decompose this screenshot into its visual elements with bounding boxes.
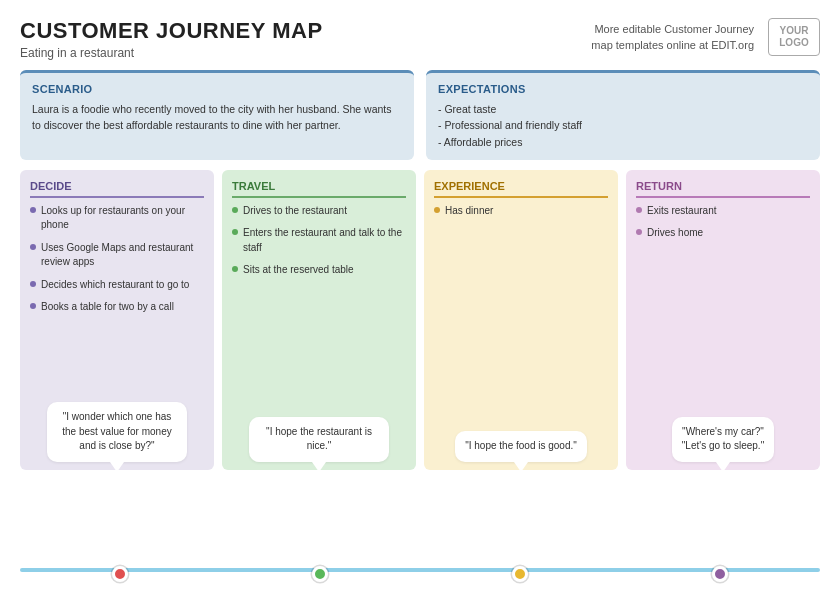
travel-bubble: "I hope the restaurant is nice." (249, 417, 389, 462)
return-bubble-area: "Where's my car?""Let's go to sleep." (636, 417, 810, 462)
dot-return (712, 566, 728, 582)
scenario-box: SCENARIO Laura is a foodie who recently … (20, 70, 414, 160)
travel-items: Drives to the restaurant Enters the rest… (232, 204, 406, 417)
logo-box: YOUR LOGO (768, 18, 820, 56)
bullet-icon (232, 266, 238, 272)
return-bubble: "Where's my car?""Let's go to sleep." (672, 417, 774, 462)
page-title: CUSTOMER JOURNEY MAP (20, 18, 323, 44)
travel-bubble-area: "I hope the restaurant is nice." (232, 417, 406, 462)
list-item: Drives to the restaurant (232, 204, 406, 219)
page-subtitle: Eating in a restaurant (20, 46, 323, 60)
list-item: Enters the restaurant and talk to the st… (232, 226, 406, 255)
dot-travel (312, 566, 328, 582)
list-item: Drives home (636, 226, 810, 241)
decide-item-4: Books a table for two by a call (41, 300, 174, 315)
travel-item-2: Enters the restaurant and talk to the st… (243, 226, 406, 255)
bullet-icon (30, 244, 36, 250)
list-item: Has dinner (434, 204, 608, 219)
decide-bubble: "I wonder which one has the best value f… (47, 402, 187, 462)
list-item: Looks up for restaurants on your phone (30, 204, 204, 233)
experience-item-1: Has dinner (445, 204, 493, 219)
list-item: Books a table for two by a call (30, 300, 204, 315)
return-title: RETURN (636, 180, 810, 198)
list-item: Sits at the reserved table (232, 263, 406, 278)
page: CUSTOMER JOURNEY MAP Eating in a restaur… (0, 0, 840, 594)
timeline-dots (20, 566, 820, 582)
header-left: CUSTOMER JOURNEY MAP Eating in a restaur… (20, 18, 323, 60)
col-travel: TRAVEL Drives to the restaurant Enters t… (222, 170, 416, 470)
experience-items: Has dinner (434, 204, 608, 432)
header-right-text: More editable Customer Journeymap templa… (591, 21, 754, 54)
expectations-text: - Great taste- Professional and friendly… (438, 101, 808, 150)
decide-items: Looks up for restaurants on your phone U… (30, 204, 204, 403)
travel-title: TRAVEL (232, 180, 406, 198)
bullet-icon (30, 207, 36, 213)
col-experience: EXPERIENCE Has dinner "I hope the food i… (424, 170, 618, 470)
expectations-box: EXPECTATIONS - Great taste- Professional… (426, 70, 820, 160)
list-item: Uses Google Maps and restaurant review a… (30, 241, 204, 270)
list-item: Exits restaurant (636, 204, 810, 219)
bullet-icon (636, 229, 642, 235)
experience-bubble: "I hope the food is good." (455, 431, 587, 462)
col-decide: DECIDE Looks up for restaurants on your … (20, 170, 214, 470)
travel-item-1: Drives to the restaurant (243, 204, 347, 219)
header-right: More editable Customer Journeymap templa… (591, 18, 820, 56)
bullet-icon (434, 207, 440, 213)
travel-item-3: Sits at the reserved table (243, 263, 354, 278)
bullet-icon (232, 207, 238, 213)
return-item-1: Exits restaurant (647, 204, 716, 219)
journey-row: DECIDE Looks up for restaurants on your … (20, 170, 820, 470)
info-row: SCENARIO Laura is a foodie who recently … (20, 70, 820, 160)
return-items: Exits restaurant Drives home (636, 204, 810, 417)
decide-item-2: Uses Google Maps and restaurant review a… (41, 241, 204, 270)
bullet-icon (232, 229, 238, 235)
scenario-title: SCENARIO (32, 83, 402, 95)
decide-title: DECIDE (30, 180, 204, 198)
decide-item-1: Looks up for restaurants on your phone (41, 204, 204, 233)
header: CUSTOMER JOURNEY MAP Eating in a restaur… (20, 18, 820, 60)
bullet-icon (30, 281, 36, 287)
expectations-title: EXPECTATIONS (438, 83, 808, 95)
list-item: Decides which restaurant to go to (30, 278, 204, 293)
experience-title: EXPERIENCE (434, 180, 608, 198)
col-return: RETURN Exits restaurant Drives home "Whe… (626, 170, 820, 470)
return-item-2: Drives home (647, 226, 703, 241)
bullet-icon (30, 303, 36, 309)
dot-experience (512, 566, 528, 582)
experience-bubble-area: "I hope the food is good." (434, 431, 608, 462)
decide-bubble-area: "I wonder which one has the best value f… (30, 402, 204, 462)
bullet-icon (636, 207, 642, 213)
decide-item-3: Decides which restaurant to go to (41, 278, 189, 293)
scenario-text: Laura is a foodie who recently moved to … (32, 101, 402, 134)
dot-decide (112, 566, 128, 582)
